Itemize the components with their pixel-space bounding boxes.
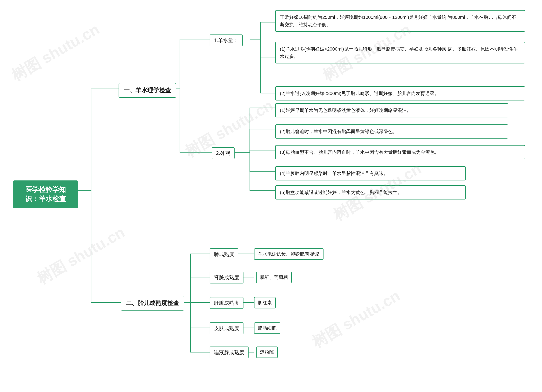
- detail-salivary: 淀粉酶: [256, 346, 278, 358]
- leaf-too-much: (1)羊水过多(晚期妊娠>2000ml)见于胎儿畸形、胎盘脐带病变、孕妇及胎儿各…: [275, 42, 525, 64]
- section2-node: 二、胎儿成熟度检查: [121, 296, 184, 311]
- detail-skin: 脂肪细胞: [254, 322, 280, 334]
- item-salivary: 唾液腺成熟度: [210, 346, 249, 358]
- detail-kidney: 肌酐、葡萄糖: [256, 272, 292, 283]
- leaf-normal-fluid: 正常妊娠16周时约为250ml，妊娠晚期约1000ml(800～1200ml)足…: [275, 10, 525, 32]
- item-skin: 皮肤成熟度: [210, 322, 244, 334]
- detail-liver: 胆红素: [254, 297, 276, 308]
- root-node: 医学检验学知识：羊水检查: [13, 180, 78, 208]
- leaf-appear4: (4)羊膜腔内明显感染时，羊水呈脓性混浊且有臭味。: [275, 166, 466, 180]
- section1-node: 一、羊水理学检查: [119, 83, 176, 98]
- sub1-node: 1.羊水量：: [210, 34, 243, 46]
- item-lung: 肺成熟度: [210, 248, 238, 260]
- sub2-node: 2.外观: [212, 147, 235, 159]
- leaf-appear2: (2)胎儿窘迫时，羊水中因混有胎粪而呈黄绿色或深绿色。: [275, 124, 508, 138]
- mindmap-container: 树图 shutu.cn 树图 shutu.cn 树图 shutu.cn 树图 s…: [0, 0, 542, 392]
- leaf-appear5: (5)胎盘功能减退或过期妊娠，羊水为黄色、黏稠且能拉丝。: [275, 185, 466, 200]
- leaf-appear3: (3)母胎血型不合、胎儿宫内溶血时，羊水中因含有大量胆红素而成为金黄色。: [275, 145, 525, 159]
- detail-lung: 羊水泡沫试验、卵磷脂/鞘磷脂: [254, 248, 324, 260]
- item-kidney: 肾脏成熟度: [210, 272, 244, 283]
- item-liver: 肝脏成熟度: [210, 297, 244, 309]
- leaf-too-little: (2)羊水过少(晚期妊娠<300ml)见于胎儿畸形、过期妊娠、胎儿宫内发育迟缓。: [275, 86, 525, 101]
- leaf-appear1: (1)妊娠早期羊水为无色透明或淡黄色液体，妊娠晚期略显混浊。: [275, 103, 508, 117]
